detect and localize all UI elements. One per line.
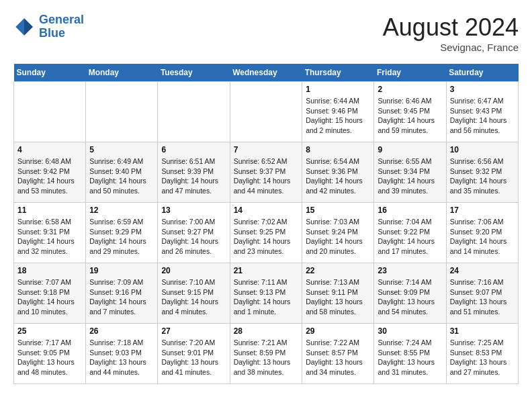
calendar-cell: 20Sunrise: 7:10 AM Sunset: 9:15 PM Dayli… xyxy=(158,263,230,324)
day-number: 9 xyxy=(378,145,442,154)
day-of-week-header: Sunday xyxy=(14,64,86,82)
day-number: 10 xyxy=(450,145,515,154)
day-number: 15 xyxy=(306,205,370,215)
page-header: General Blue August 2024 Sevignac, Franc… xyxy=(13,13,519,53)
day-info: Sunrise: 7:18 AM Sunset: 9:03 PM Dayligh… xyxy=(89,338,154,377)
day-number: 7 xyxy=(234,145,299,154)
day-number: 16 xyxy=(378,205,442,215)
calendar-week-row: 11Sunrise: 6:58 AM Sunset: 9:31 PM Dayli… xyxy=(14,203,519,263)
day-number: 5 xyxy=(89,145,154,154)
day-info: Sunrise: 6:44 AM Sunset: 9:46 PM Dayligh… xyxy=(306,96,370,136)
day-number: 4 xyxy=(17,145,82,154)
day-number: 22 xyxy=(306,266,370,275)
calendar-cell: 19Sunrise: 7:09 AM Sunset: 9:16 PM Dayli… xyxy=(86,263,158,324)
calendar-cell xyxy=(158,82,230,142)
calendar-cell: 2Sunrise: 6:46 AM Sunset: 9:45 PM Daylig… xyxy=(374,82,446,142)
day-number: 12 xyxy=(89,205,154,215)
day-of-week-header: Friday xyxy=(374,64,446,82)
day-number: 13 xyxy=(161,205,226,215)
logo-icon xyxy=(13,16,35,38)
calendar-cell: 24Sunrise: 7:16 AM Sunset: 9:07 PM Dayli… xyxy=(446,263,518,324)
day-number: 17 xyxy=(450,205,515,215)
day-info: Sunrise: 6:56 AM Sunset: 9:32 PM Dayligh… xyxy=(450,156,515,196)
calendar-table: SundayMondayTuesdayWednesdayThursdayFrid… xyxy=(13,64,519,384)
day-number: 2 xyxy=(378,85,442,94)
calendar-cell: 27Sunrise: 7:20 AM Sunset: 9:01 PM Dayli… xyxy=(158,324,230,384)
day-number: 3 xyxy=(450,85,515,94)
calendar-week-row: 4Sunrise: 6:48 AM Sunset: 9:42 PM Daylig… xyxy=(14,142,519,203)
calendar-week-row: 1Sunrise: 6:44 AM Sunset: 9:46 PM Daylig… xyxy=(14,82,519,142)
day-info: Sunrise: 6:47 AM Sunset: 9:43 PM Dayligh… xyxy=(450,96,515,136)
day-info: Sunrise: 6:54 AM Sunset: 9:36 PM Dayligh… xyxy=(306,156,370,196)
day-number: 14 xyxy=(234,205,299,215)
calendar-cell: 8Sunrise: 6:54 AM Sunset: 9:36 PM Daylig… xyxy=(302,142,374,203)
day-info: Sunrise: 6:52 AM Sunset: 9:37 PM Dayligh… xyxy=(234,156,299,196)
calendar-cell: 18Sunrise: 7:07 AM Sunset: 9:18 PM Dayli… xyxy=(14,263,86,324)
calendar-cell: 14Sunrise: 7:02 AM Sunset: 9:25 PM Dayli… xyxy=(230,203,302,263)
calendar-cell xyxy=(86,82,158,142)
calendar-cell: 16Sunrise: 7:04 AM Sunset: 9:22 PM Dayli… xyxy=(374,203,446,263)
calendar-cell: 1Sunrise: 6:44 AM Sunset: 9:46 PM Daylig… xyxy=(302,82,374,142)
day-number: 6 xyxy=(161,145,226,154)
title-block: August 2024 Sevignac, France xyxy=(383,13,519,53)
day-info: Sunrise: 6:49 AM Sunset: 9:40 PM Dayligh… xyxy=(89,156,154,196)
day-number: 31 xyxy=(450,326,515,336)
calendar-cell: 3Sunrise: 6:47 AM Sunset: 9:43 PM Daylig… xyxy=(446,82,518,142)
day-info: Sunrise: 6:59 AM Sunset: 9:29 PM Dayligh… xyxy=(89,217,154,257)
calendar-cell: 25Sunrise: 7:17 AM Sunset: 9:05 PM Dayli… xyxy=(14,324,86,384)
day-info: Sunrise: 7:25 AM Sunset: 8:53 PM Dayligh… xyxy=(450,338,515,377)
day-number: 24 xyxy=(450,266,515,275)
day-info: Sunrise: 7:06 AM Sunset: 9:20 PM Dayligh… xyxy=(450,217,515,257)
day-of-week-header: Thursday xyxy=(302,64,374,82)
day-of-week-header: Wednesday xyxy=(230,64,302,82)
location: Sevignac, France xyxy=(383,42,519,53)
calendar-week-row: 18Sunrise: 7:07 AM Sunset: 9:18 PM Dayli… xyxy=(14,263,519,324)
day-info: Sunrise: 7:14 AM Sunset: 9:09 PM Dayligh… xyxy=(378,277,442,317)
day-number: 23 xyxy=(378,266,442,275)
day-info: Sunrise: 7:21 AM Sunset: 8:59 PM Dayligh… xyxy=(234,338,299,377)
calendar-cell: 29Sunrise: 7:22 AM Sunset: 8:57 PM Dayli… xyxy=(302,324,374,384)
calendar-cell: 17Sunrise: 7:06 AM Sunset: 9:20 PM Dayli… xyxy=(446,203,518,263)
calendar-cell xyxy=(14,82,86,142)
day-info: Sunrise: 7:16 AM Sunset: 9:07 PM Dayligh… xyxy=(450,277,515,317)
day-info: Sunrise: 7:17 AM Sunset: 9:05 PM Dayligh… xyxy=(17,338,82,377)
day-info: Sunrise: 7:24 AM Sunset: 8:55 PM Dayligh… xyxy=(378,338,442,377)
day-number: 11 xyxy=(17,205,82,215)
day-info: Sunrise: 7:04 AM Sunset: 9:22 PM Dayligh… xyxy=(378,217,442,257)
calendar-week-row: 25Sunrise: 7:17 AM Sunset: 9:05 PM Dayli… xyxy=(14,324,519,384)
calendar-cell: 31Sunrise: 7:25 AM Sunset: 8:53 PM Dayli… xyxy=(446,324,518,384)
day-info: Sunrise: 6:55 AM Sunset: 9:34 PM Dayligh… xyxy=(378,156,442,196)
day-info: Sunrise: 6:48 AM Sunset: 9:42 PM Dayligh… xyxy=(17,156,82,196)
day-of-week-header: Tuesday xyxy=(158,64,230,82)
logo: General Blue xyxy=(13,13,84,40)
day-number: 21 xyxy=(234,266,299,275)
day-info: Sunrise: 6:51 AM Sunset: 9:39 PM Dayligh… xyxy=(161,156,226,196)
calendar-cell xyxy=(230,82,302,142)
calendar-cell: 4Sunrise: 6:48 AM Sunset: 9:42 PM Daylig… xyxy=(14,142,86,203)
calendar-cell: 9Sunrise: 6:55 AM Sunset: 9:34 PM Daylig… xyxy=(374,142,446,203)
day-info: Sunrise: 7:07 AM Sunset: 9:18 PM Dayligh… xyxy=(17,277,82,317)
calendar-cell: 12Sunrise: 6:59 AM Sunset: 9:29 PM Dayli… xyxy=(86,203,158,263)
day-number: 28 xyxy=(234,326,299,336)
day-info: Sunrise: 7:10 AM Sunset: 9:15 PM Dayligh… xyxy=(161,277,226,317)
day-number: 18 xyxy=(17,266,82,275)
calendar-cell: 28Sunrise: 7:21 AM Sunset: 8:59 PM Dayli… xyxy=(230,324,302,384)
day-info: Sunrise: 7:13 AM Sunset: 9:11 PM Dayligh… xyxy=(306,277,370,317)
day-number: 20 xyxy=(161,266,226,275)
calendar-cell: 10Sunrise: 6:56 AM Sunset: 9:32 PM Dayli… xyxy=(446,142,518,203)
day-number: 8 xyxy=(306,145,370,154)
day-info: Sunrise: 7:02 AM Sunset: 9:25 PM Dayligh… xyxy=(234,217,299,257)
calendar-cell: 23Sunrise: 7:14 AM Sunset: 9:09 PM Dayli… xyxy=(374,263,446,324)
day-info: Sunrise: 6:58 AM Sunset: 9:31 PM Dayligh… xyxy=(17,217,82,257)
calendar-cell: 15Sunrise: 7:03 AM Sunset: 9:24 PM Dayli… xyxy=(302,203,374,263)
calendar-cell: 30Sunrise: 7:24 AM Sunset: 8:55 PM Dayli… xyxy=(374,324,446,384)
calendar-cell: 21Sunrise: 7:11 AM Sunset: 9:13 PM Dayli… xyxy=(230,263,302,324)
day-number: 29 xyxy=(306,326,370,336)
day-info: Sunrise: 7:09 AM Sunset: 9:16 PM Dayligh… xyxy=(89,277,154,317)
day-of-week-header: Monday xyxy=(86,64,158,82)
calendar-header-row: SundayMondayTuesdayWednesdayThursdayFrid… xyxy=(14,64,519,82)
calendar-cell: 7Sunrise: 6:52 AM Sunset: 9:37 PM Daylig… xyxy=(230,142,302,203)
day-info: Sunrise: 7:03 AM Sunset: 9:24 PM Dayligh… xyxy=(306,217,370,257)
calendar-cell: 11Sunrise: 6:58 AM Sunset: 9:31 PM Dayli… xyxy=(14,203,86,263)
calendar-cell: 6Sunrise: 6:51 AM Sunset: 9:39 PM Daylig… xyxy=(158,142,230,203)
